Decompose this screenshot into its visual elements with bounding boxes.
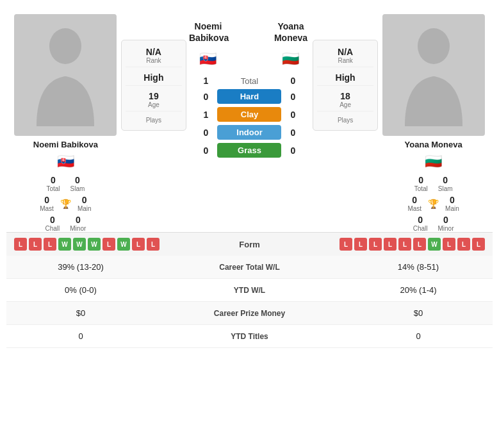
player1-main-stat: 0 Main [78,195,92,212]
total-row: 1 Total 0 [189,76,310,86]
stats-row-value-right-3: 0 [354,331,482,341]
player2-total-stat: 0 Total [414,175,428,192]
center-player2-name-line1: Yoana [272,21,310,32]
stats-row-label-0: Career Total W/L [145,263,354,272]
player2-minor-stat: 0 Minor [438,215,454,232]
player2-level-row: High [317,70,373,86]
stats-row-value-right-1: 20% (1-4) [354,285,482,295]
center-player1-name-line2: Babikova [189,32,227,44]
stats-row-value-left-1: 0% (0-0) [17,285,145,295]
player1-info: Noemi Babikova 🇸🇰 0 Total 0 Slam 0 Mast … [13,14,119,232]
player1-name: Noemi Babikova [33,140,98,149]
form-badge-l: L [44,238,56,251]
player2-form-badges: LLLLLLWLLL [339,238,485,251]
clay-row: 1 Clay 0 [189,107,310,122]
stats-row-value-left-0: 39% (13-20) [17,262,145,272]
grass-score-right: 0 [286,145,299,156]
form-badge-w: W [58,238,71,251]
player1-trophy-icon: 🏆 [60,199,71,209]
player2-avatar [382,14,485,136]
form-badge-l: L [398,238,411,251]
player1-minor-stat: 0 Minor [70,215,86,232]
svg-point-0 [49,28,81,64]
player2-mast-stat: 0 Mast [407,195,421,212]
form-badge-l: L [457,238,470,251]
hard-row: 0 Hard 0 [189,89,310,104]
stats-row-value-right-0: 14% (8-51) [354,262,482,272]
player2-flag: 🇧🇬 [425,153,442,170]
total-score-right: 0 [286,76,299,86]
indoor-score-right: 0 [286,128,299,138]
form-badge-l: L [443,238,455,251]
stats-row-0: 39% (13-20)Career Total W/L14% (8-51) [6,256,493,279]
hard-score-left: 0 [199,92,212,102]
form-badge-l: L [339,238,352,251]
indoor-row: 0 Indoor 0 [189,125,310,140]
form-badge-l: L [102,238,115,251]
total-score-left: 1 [199,76,212,86]
top-area: Noemi Babikova 🇸🇰 0 Total 0 Slam 0 Mast … [6,6,493,232]
player2-rank-row: N/A Rank [317,44,373,67]
player2-chall-stat: 0 Chall [413,215,428,232]
player1-slam-stat: 0 Slam [70,175,85,192]
player2-age-row: 18 Age [317,88,373,112]
center-player2-flag: 🇧🇬 [272,51,310,67]
player2-plays-row: Plays [317,114,373,126]
form-label: Form [231,240,269,249]
clay-badge: Clay [217,107,281,122]
court-scores: Noemi Babikova Yoana Moneva 🇸🇰 🇧🇬 1 Tota… [189,14,310,158]
player1-total-stat: 0 Total [46,175,60,192]
hard-badge: Hard [217,89,281,104]
stats-row-label-2: Career Prize Money [145,309,354,318]
form-badge-l: L [29,238,42,251]
player1-age-row: 19 Age [126,88,182,112]
svg-point-1 [418,28,450,64]
stats-row-label-1: YTD W/L [145,286,354,295]
stats-row-value-right-2: $0 [354,308,482,318]
stats-row-label-3: YTD Titles [145,332,354,341]
stats-row-2: $0Career Prize Money$0 [6,302,493,325]
stats-rows: 39% (13-20)Career Total W/L14% (8-51)0% … [6,256,493,348]
player1-chall-stat: 0 Chall [45,215,60,232]
stats-row-1: 0% (0-0)YTD W/L20% (1-4) [6,279,493,302]
indoor-score-left: 0 [199,128,212,138]
form-badge-l: L [413,238,426,251]
form-badge-w: W [88,238,101,251]
center-player1-name-line1: Noemi [189,21,227,32]
player2-main-stat: 0 Main [445,195,459,212]
grass-score-left: 0 [199,145,212,156]
stats-row-value-left-2: $0 [17,308,145,318]
player2-name: Yoana Moneva [405,140,462,149]
player1-rank-row: N/A Rank [126,44,182,67]
clay-score-left: 1 [199,110,212,120]
player1-flag: 🇸🇰 [57,153,74,170]
player1-level-row: High [126,70,182,86]
player1-form-badges: LLLWWWLWLL [14,238,160,251]
main-container: Noemi Babikova 🇸🇰 0 Total 0 Slam 0 Mast … [0,0,499,354]
form-badge-l: L [472,238,485,251]
form-badge-w: W [73,238,86,251]
player1-avatar [14,14,117,136]
center-player2-name-line2: Moneva [272,32,310,44]
center-player1-flag: 🇸🇰 [189,51,227,67]
player1-stats-box: N/A Rank High 19 Age Plays [121,40,186,131]
player1-plays-row: Plays [126,114,182,126]
form-badge-w: W [117,238,130,251]
form-badge-l: L [14,238,27,251]
hard-score-right: 0 [286,92,299,102]
form-badge-l: L [369,238,382,251]
grass-row: 0 Grass 0 [189,143,310,158]
total-label: Total [217,76,281,86]
player2-trophy-icon: 🏆 [428,199,439,209]
stats-row-value-left-3: 0 [17,331,145,341]
form-badge-l: L [132,238,145,251]
player1-mast-stat: 0 Mast [40,195,54,212]
form-badge-l: L [384,238,397,251]
clay-score-right: 0 [286,110,299,120]
grass-badge: Grass [217,143,281,158]
player2-slam-stat: 0 Slam [438,175,453,192]
stats-row-3: 0YTD Titles0 [6,325,493,348]
indoor-badge: Indoor [217,125,281,140]
player2-info: Yoana Moneva 🇧🇬 0 Total 0 Slam 0 Mast 🏆 [380,14,486,232]
form-badge-w: W [428,238,441,251]
